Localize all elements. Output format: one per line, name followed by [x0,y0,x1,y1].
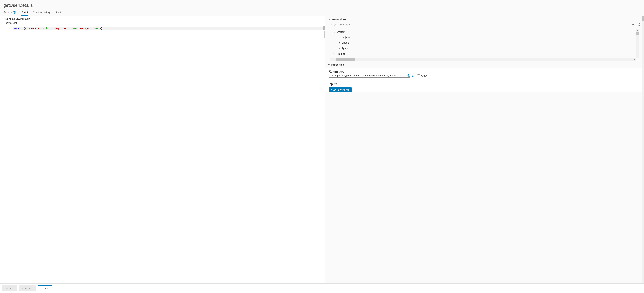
chevron-right-icon[interactable] [338,42,340,44]
token-num: 6096 [72,27,78,30]
chevron-right-icon[interactable] [338,48,340,49]
editor-gutter: 1 [0,26,13,284]
tree-node[interactable]: Enums [333,40,636,46]
scrollbar-thumb[interactable] [636,32,639,35]
inputs-label: Inputs [328,82,640,86]
footer: CREATE VERSION CLOSE [0,284,644,293]
search-icon [329,74,332,77]
panel-resize-handle[interactable] [324,31,325,38]
chevron-right-icon[interactable] [338,36,340,38]
scrollbar-thumb[interactable] [642,16,644,21]
token-str: "Tom" [92,27,100,30]
scroll-up-icon[interactable]: ▴ [636,29,639,32]
line-number: 1 [0,27,11,30]
chevron-down-icon[interactable] [334,31,335,33]
page-title: getUserDetails [0,0,644,10]
code-editor[interactable]: 1 return [{"username":"Fritz", "employee… [0,26,325,284]
tree-node[interactable]: Objects [333,35,636,40]
tree-node[interactable]: Plugins [333,51,636,56]
scroll-left-icon[interactable]: ◂ [330,58,333,61]
properties-panel: Properties Return type CompositeType(use… [325,61,644,94]
tree-node-label: Enums [342,42,349,44]
tab-general[interactable]: General! [4,10,16,16]
api-explorer-tree: SystemObjectsEnumsTypesPluginsAD [330,29,636,58]
scroll-right-icon[interactable]: ▸ [633,58,636,61]
token-prop: "employeeId" [54,27,71,30]
chevron-down-icon: ⌄ [39,22,41,24]
api-explorer-title: API Explorer [331,18,346,21]
runtime-env-label: Runtime Environment [6,18,322,20]
nav-back-icon[interactable] [330,24,333,26]
runtime-env-value: JavaScript [6,22,17,24]
tree-node-label: Objects [342,36,350,39]
return-type-value: CompositeType(username:string,employeeId… [332,74,407,77]
token-prop: "manager" [79,27,91,30]
chevron-down-icon [328,18,330,20]
editor-minimap[interactable] [322,26,325,30]
right-pane: API Explorer [325,16,644,284]
runtime-env-select[interactable]: JavaScript ⌄ [6,21,41,25]
api-explorer-tree-wrap: SystemObjectsEnumsTypesPluginsAD ▴ ▾ ◂ ▸ [330,29,639,61]
filter-objects-input[interactable] [338,22,629,27]
tree-scrollbar-horizontal[interactable]: ◂ ▸ [330,58,636,61]
tab-label: Audit [56,11,62,14]
tree-node-label: System [337,30,345,33]
svg-point-0 [329,74,331,76]
tab-audit[interactable]: Audit [56,10,62,16]
token-punct: : [40,27,42,30]
properties-title: Properties [331,63,344,66]
tree-node[interactable]: Types [333,46,636,51]
alert-icon: ! [13,11,16,14]
refresh-return-type-icon[interactable] [412,74,415,77]
tab-label: Version History [33,11,50,14]
tree-node-label: Types [342,47,348,50]
token-punct: , [51,27,54,30]
right-scrollbar[interactable] [642,16,644,284]
main-split: Runtime Environment JavaScript ⌄ 1 retur… [0,16,644,284]
tree-node[interactable]: AD [333,56,636,58]
tree-node-label: Plugins [337,52,345,55]
editor-code[interactable]: return [{"username":"Fritz", "employeeId… [13,26,325,284]
tab-version-history[interactable]: Version History [33,10,50,16]
tree-scrollbar-vertical[interactable]: ▴ ▾ [636,29,639,58]
token-punct: , [78,27,79,30]
chevron-down-icon[interactable] [334,53,335,55]
api-explorer-header[interactable]: API Explorer [325,16,644,22]
api-explorer-toolbar [325,22,644,28]
token-punct: [{ [22,27,26,30]
create-button[interactable]: CREATE [2,285,17,291]
clear-icon[interactable] [407,74,410,77]
tree-node[interactable]: System [333,29,636,35]
array-checkbox-label: Array [421,74,426,77]
code-line[interactable]: return [{"username":"Fritz", "employeeId… [13,27,324,30]
token-punct: }] [100,27,102,30]
properties-header[interactable]: Properties [325,61,644,68]
token-str: "Fritz" [42,27,51,30]
left-pane: Runtime Environment JavaScript ⌄ 1 retur… [0,16,325,284]
return-type-label: Return type [328,70,640,74]
close-button[interactable]: CLOSE [38,285,52,291]
refresh-icon[interactable] [637,23,640,26]
scroll-down-icon[interactable]: ▾ [636,55,639,58]
token-key: return [14,27,22,30]
chevron-down-icon [328,64,330,66]
tabs: General!ScriptVersion HistoryAudit [0,10,644,16]
nav-forward-icon[interactable] [334,24,336,26]
tab-label: General [4,11,12,14]
tab-script[interactable]: Script [21,10,28,16]
return-type-input[interactable]: CompositeType(username:string,employeeId… [328,74,410,78]
array-checkbox[interactable] [417,74,420,77]
add-new-input-button[interactable]: ADD NEW INPUT [328,87,352,92]
scrollbar-thumb[interactable] [336,58,354,61]
token-prop: "username" [26,27,40,30]
filter-icon[interactable] [632,23,634,26]
tab-label: Script [21,11,28,14]
version-button[interactable]: VERSION [19,285,36,291]
